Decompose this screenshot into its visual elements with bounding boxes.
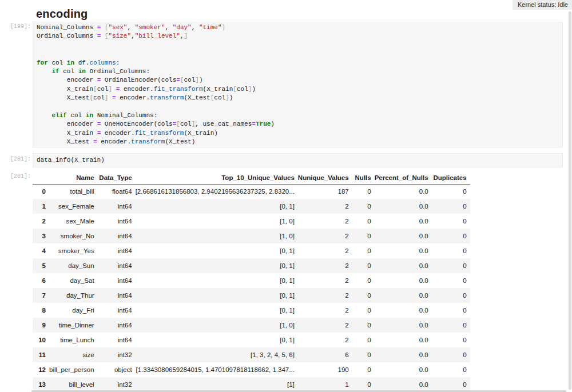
- column-header-nunique_values: Nunique_Values: [298, 171, 352, 184]
- column-header-name: Name: [49, 171, 98, 184]
- code-cell-199[interactable]: Nominal_Columns = ["sex", "smoker", "day…: [33, 22, 563, 147]
- row-index: 4: [33, 243, 49, 258]
- table-row: 9time_Dinnerint64[1, 0]200.00: [33, 318, 470, 333]
- cell-nulls: 0: [352, 214, 375, 229]
- code-token-kw: for: [37, 59, 48, 66]
- cell-nulls: 0: [352, 258, 375, 273]
- cell-nunique_values: 2: [298, 199, 352, 214]
- code-line: for col in df.columns:: [37, 59, 559, 67]
- cell-percent_of_nulls: 0.0: [375, 273, 432, 288]
- cell-duplicates: 0: [432, 214, 470, 229]
- cell-name: size: [49, 347, 98, 362]
- code-token-plain: ,: [131, 33, 135, 39]
- table-row: 3smoker_Noint64[1, 0]200.00: [33, 229, 470, 243]
- code-token-plain: (X_test): [165, 138, 195, 145]
- code-line: [37, 50, 559, 58]
- row-index: 11: [33, 347, 49, 362]
- cell-name: day_Sun: [49, 258, 98, 273]
- code-token-br: ]: [222, 24, 226, 31]
- code-token-op: =: [112, 94, 116, 101]
- table-row: 10time_Lunchint64[0, 1]200.00: [33, 333, 470, 347]
- cell-name: time_Lunch: [49, 333, 98, 347]
- cell-percent_of_nulls: 0.0: [375, 318, 432, 333]
- cell-duplicates: 0: [432, 362, 470, 377]
- code-token-br: ]: [184, 33, 188, 39]
- code-line: encoder = OneHotEncoder(cols=[col], use_…: [37, 120, 559, 129]
- code-token-plain: OrdinalEncoder(cols: [101, 77, 176, 83]
- dataframe-output: NameData_TypeTop_10_Unique_ValuesNunique…: [33, 171, 470, 392]
- code-token-op: =: [252, 121, 256, 127]
- cell-nulls: 0: [352, 333, 375, 347]
- cell-duplicates: 0: [432, 347, 470, 362]
- code-token-plain: Ordinal_Columns:: [86, 68, 150, 75]
- cell-name: day_Fri: [49, 303, 98, 318]
- table-row: 2sex_Maleint64[1, 0]200.00: [33, 214, 470, 229]
- cell-duplicates: 0: [432, 288, 470, 303]
- code-token-op: =: [93, 138, 97, 145]
- code-editor-201[interactable]: data_info(X_train): [33, 154, 562, 166]
- cell-top_10_unique_values: [1, 0]: [136, 318, 298, 333]
- table-row: 5day_Sunint64[0, 1]200.00: [33, 258, 470, 273]
- input-prompt-199: [199]:: [10, 23, 31, 30]
- cell-name: sex_Female: [49, 199, 98, 214]
- cell-duplicates: 0: [432, 258, 470, 273]
- code-token-plain: [101, 33, 105, 39]
- code-token-plain: X_train: [37, 130, 97, 137]
- row-index: 0: [33, 184, 49, 199]
- cell-data_type: float64: [98, 184, 136, 199]
- cell-duplicates: 0: [432, 199, 470, 214]
- code-token-plain: col: [67, 112, 86, 119]
- code-token-plain: Nominal_Columns:: [93, 112, 157, 119]
- code-token-plain: col: [214, 94, 225, 101]
- code-token-br: [: [176, 121, 180, 127]
- code-token-plain: :: [116, 59, 120, 66]
- code-line: if col in Ordinal_Columns:: [37, 67, 559, 76]
- cell-duplicates: 0: [432, 229, 470, 243]
- cell-nulls: 0: [352, 347, 375, 362]
- code-token-plain: ): [199, 77, 203, 83]
- cell-percent_of_nulls: 0.0: [375, 303, 432, 318]
- code-token-br: [: [93, 86, 97, 93]
- cell-top_10_unique_values: [1.3343080659284015, 1.4701097818118662,…: [136, 362, 298, 377]
- code-token-kw: True: [256, 121, 271, 127]
- vertical-scrollbar[interactable]: [569, 11, 571, 390]
- cell-top_10_unique_values: [0, 1]: [136, 273, 298, 288]
- cell-nunique_values: 190: [298, 362, 352, 377]
- cell-data_type: int64: [98, 303, 136, 318]
- page-title: encoding: [36, 7, 88, 21]
- code-editor-199[interactable]: Nominal_Columns = ["sex", "smoker", "day…: [33, 22, 562, 147]
- code-token-plain: encoder.: [97, 138, 131, 145]
- column-header-data_type: Data_Type: [98, 171, 136, 184]
- cell-name: day_Sat: [49, 273, 98, 288]
- column-header-nulls: Nulls: [352, 171, 375, 184]
- cell-nunique_values: 2: [298, 333, 352, 347]
- code-token-plain: (X_train: [203, 86, 233, 93]
- code-cell-201[interactable]: data_info(X_train): [33, 153, 563, 167]
- code-line: X_test[col] = encoder.transform(X_test[c…: [37, 94, 559, 102]
- table-row: 7day_Thurint64[0, 1]200.00: [33, 288, 470, 303]
- row-index: 5: [33, 258, 49, 273]
- code-token-plain: X_train: [37, 86, 93, 93]
- table-row: 12bill_per_personobject[1.33430806592840…: [33, 362, 470, 377]
- cell-nunique_values: 2: [298, 258, 352, 273]
- code-token-prop: transform: [131, 138, 165, 145]
- code-token-br: ]: [195, 77, 199, 83]
- column-header-index: [33, 171, 49, 184]
- row-index: 2: [33, 214, 49, 229]
- cell-nulls: 0: [352, 243, 375, 258]
- cell-nunique_values: 2: [298, 303, 352, 318]
- code-token-plain: df.: [74, 59, 89, 66]
- cell-percent_of_nulls: 0.0: [375, 258, 432, 273]
- code-token-kw: in: [86, 112, 93, 119]
- code-token-prop: fit_transform: [135, 130, 184, 137]
- column-header-percent_of_nulls: Percent_of_Nulls: [375, 171, 432, 184]
- code-line: [37, 41, 559, 50]
- code-token-plain: Nominal_Columns: [37, 24, 97, 31]
- dataframe-table: NameData_TypeTop_10_Unique_ValuesNunique…: [33, 171, 470, 392]
- cell-duplicates: 0: [432, 318, 470, 333]
- table-row: 4smoker_Yesint64[0, 1]200.00: [33, 243, 470, 258]
- cell-nulls: 0: [352, 273, 375, 288]
- code-token-plain: col: [97, 86, 109, 93]
- cell-percent_of_nulls: 0.0: [375, 229, 432, 243]
- code-line: X_train = encoder.fit_transform(X_train): [37, 129, 559, 138]
